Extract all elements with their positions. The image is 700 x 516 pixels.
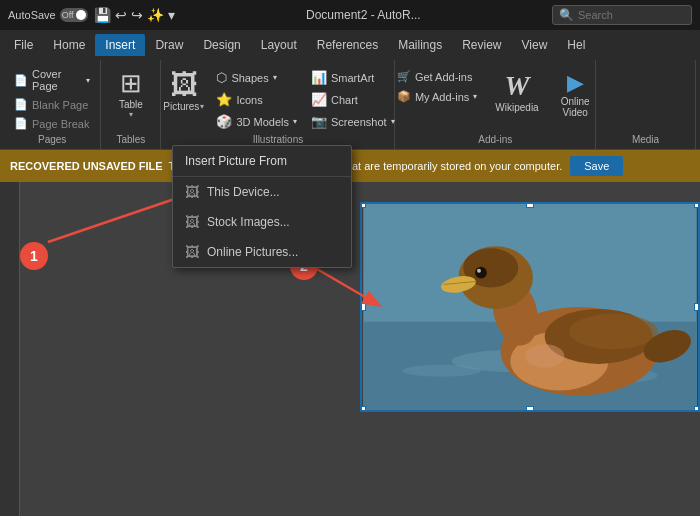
- online-pictures-label: Online Pictures...: [207, 245, 298, 259]
- resize-handle-right-mid[interactable]: [694, 303, 700, 311]
- addins-group-label: Add-ins: [478, 132, 512, 145]
- pages-group-label: Pages: [38, 132, 66, 145]
- smartart-icon: 📊: [311, 70, 327, 85]
- icons-button[interactable]: ⭐ Icons: [212, 90, 301, 109]
- pictures-button[interactable]: 🖼 Pictures ▾: [157, 64, 210, 116]
- stock-images-option[interactable]: 🖼 Stock Images...: [173, 207, 351, 237]
- tab-design[interactable]: Design: [193, 34, 250, 56]
- search-icon: 🔍: [559, 8, 574, 22]
- screenshot-icon: 📷: [311, 114, 327, 129]
- tab-file[interactable]: File: [4, 34, 43, 56]
- tab-mailings[interactable]: Mailings: [388, 34, 452, 56]
- ribbon-content: 📄 Cover Page ▾ 📄 Blank Page 📄 Page Break…: [0, 60, 700, 150]
- autosave-toggle[interactable]: AutoSave Off: [8, 8, 88, 22]
- quick-access-toolbar[interactable]: 💾 ↩ ↪ ✨ ▾: [94, 7, 175, 23]
- search-box[interactable]: 🔍: [552, 5, 692, 25]
- tab-review[interactable]: Review: [452, 34, 511, 56]
- svg-point-21: [525, 344, 564, 368]
- pictures-icon: 🖼: [170, 68, 198, 101]
- svg-point-15: [475, 267, 487, 279]
- search-input[interactable]: [578, 9, 685, 21]
- ribbon-group-media: Media: [596, 60, 696, 149]
- autosave-label: AutoSave: [8, 9, 56, 21]
- online-pictures-option[interactable]: 🖼 Online Pictures...: [173, 237, 351, 267]
- get-addins-icon: 🛒: [397, 70, 411, 83]
- document-title: Document2 - AutoR...: [181, 8, 546, 22]
- resize-handle-top-right[interactable]: [694, 202, 700, 208]
- cover-page-icon: 📄: [14, 74, 28, 87]
- tab-references[interactable]: References: [307, 34, 388, 56]
- wikipedia-button[interactable]: W Wikipedia: [487, 68, 546, 132]
- ribbon-tab-bar: File Home Insert Draw Design Layout Refe…: [0, 30, 700, 60]
- cover-page-button[interactable]: 📄 Cover Page ▾: [10, 66, 94, 94]
- icons-icon: ⭐: [216, 92, 232, 107]
- my-addins-icon: 📦: [397, 90, 411, 103]
- toggle-label: Off: [62, 10, 74, 20]
- this-device-option[interactable]: 🖼 This Device...: [173, 177, 351, 207]
- media-group-label: Media: [632, 132, 659, 145]
- blank-page-icon: 📄: [14, 98, 28, 111]
- tab-home[interactable]: Home: [43, 34, 95, 56]
- illustrations-group-label: Illustrations: [253, 132, 304, 145]
- screenshot-button[interactable]: 📷 Screenshot ▾: [307, 112, 399, 131]
- tab-draw[interactable]: Draw: [145, 34, 193, 56]
- resize-handle-left-mid[interactable]: [360, 303, 366, 311]
- left-ruler: [0, 182, 20, 516]
- tab-view[interactable]: View: [512, 34, 558, 56]
- online-video-icon: ▶: [567, 70, 584, 96]
- title-bar: AutoSave Off 💾 ↩ ↪ ✨ ▾ Document2 - AutoR…: [0, 0, 700, 30]
- tab-layout[interactable]: Layout: [251, 34, 307, 56]
- ribbon-group-tables: ⊞ Table ▾ Tables: [101, 60, 161, 149]
- chevron-down-icon: ▾: [86, 76, 90, 85]
- resize-handle-bottom-mid[interactable]: [526, 406, 534, 412]
- save-icon[interactable]: 💾: [94, 7, 111, 23]
- this-device-label: This Device...: [207, 185, 280, 199]
- get-addins-button[interactable]: 🛒 Get Add-ins: [393, 68, 481, 85]
- more-icon[interactable]: ▾: [168, 7, 175, 23]
- customize-icon[interactable]: ✨: [147, 7, 164, 23]
- smartart-button[interactable]: 📊 SmartArt: [307, 68, 399, 87]
- svg-point-16: [477, 269, 481, 273]
- ribbon-group-illustrations: 🖼 Pictures ▾ ⬡ Shapes ▾ ⭐ Icons 🎲: [161, 60, 395, 149]
- stock-images-icon: 🖼: [185, 214, 199, 230]
- shapes-arrow: ▾: [273, 73, 277, 82]
- resize-handle-bottom-right[interactable]: [694, 406, 700, 412]
- ribbon-group-pages: 📄 Cover Page ▾ 📄 Blank Page 📄 Page Break…: [4, 60, 101, 149]
- resize-handle-top-left[interactable]: [360, 202, 366, 208]
- shapes-button[interactable]: ⬡ Shapes ▾: [212, 68, 301, 87]
- toggle-knob: [76, 10, 86, 20]
- dropdown-header: Insert Picture From: [173, 146, 351, 177]
- page-break-icon: 📄: [14, 117, 28, 130]
- 3d-arrow: ▾: [293, 117, 297, 126]
- ribbon-group-addins: 🛒 Get Add-ins 📦 My Add-ins ▾ W Wikipedia…: [395, 60, 596, 149]
- my-addins-button[interactable]: 📦 My Add-ins ▾: [393, 88, 481, 105]
- svg-point-8: [402, 365, 480, 377]
- duck-image: [362, 204, 698, 410]
- this-device-icon: 🖼: [185, 184, 199, 200]
- undo-icon[interactable]: ↩: [115, 7, 127, 23]
- svg-point-19: [569, 314, 657, 349]
- wikipedia-icon: W: [505, 70, 530, 102]
- online-pictures-icon: 🖼: [185, 244, 199, 260]
- tables-group-label: Tables: [116, 132, 145, 145]
- document-area[interactable]: [20, 182, 700, 516]
- pictures-dropdown-arrow: ▾: [200, 102, 204, 111]
- chart-button[interactable]: 📈 Chart: [307, 90, 399, 109]
- tab-help[interactable]: Hel: [557, 34, 595, 56]
- insert-picture-dropdown: Insert Picture From 🖼 This Device... 🖼 S…: [172, 145, 352, 268]
- resize-handle-bottom-left[interactable]: [360, 406, 366, 412]
- save-button[interactable]: Save: [570, 156, 623, 176]
- resize-handle-top-mid[interactable]: [526, 202, 534, 208]
- page-break-button[interactable]: 📄 Page Break: [10, 115, 94, 132]
- toggle-switch[interactable]: Off: [60, 8, 88, 22]
- blank-page-button[interactable]: 📄 Blank Page: [10, 96, 94, 113]
- redo-icon[interactable]: ↪: [131, 7, 143, 23]
- 3d-icon: 🎲: [216, 114, 232, 129]
- 3d-models-button[interactable]: 🎲 3D Models ▾: [212, 112, 301, 131]
- selected-image[interactable]: [360, 202, 700, 412]
- online-video-button[interactable]: ▶ OnlineVideo: [553, 68, 598, 132]
- table-icon: ⊞: [120, 68, 142, 99]
- chart-icon: 📈: [311, 92, 327, 107]
- tab-insert[interactable]: Insert: [95, 34, 145, 56]
- stock-images-label: Stock Images...: [207, 215, 290, 229]
